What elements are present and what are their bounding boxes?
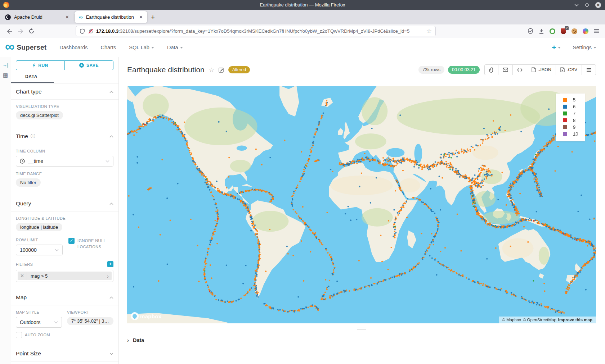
clock-icon bbox=[20, 159, 25, 164]
chevron-down-icon bbox=[109, 352, 113, 355]
caret-down-icon bbox=[558, 47, 561, 49]
ignore-null-checkbox[interactable]: ✓ bbox=[68, 238, 75, 244]
extension-green-icon[interactable] bbox=[550, 28, 555, 34]
embed-code-button[interactable] bbox=[512, 65, 527, 75]
add-filter-button[interactable]: + bbox=[107, 261, 113, 267]
section-point-size[interactable]: Point Size bbox=[11, 345, 118, 361]
protections-shield-icon[interactable] bbox=[528, 28, 533, 34]
shield-icon[interactable] bbox=[80, 28, 85, 34]
download-icon[interactable] bbox=[539, 28, 544, 34]
nav-dashboards[interactable]: Dashboards bbox=[59, 45, 88, 50]
menu-icon[interactable] bbox=[594, 29, 599, 33]
time-column-label: TIME COLUMN bbox=[16, 149, 113, 153]
viz-type-pill[interactable]: deck.gl Scatterplot bbox=[16, 111, 63, 119]
export-csv-button[interactable]: .CSV bbox=[556, 65, 582, 75]
filters-label: FILTERS bbox=[16, 262, 33, 267]
tab-apache-druid[interactable]: Apache Druid ✕ bbox=[0, 10, 74, 24]
nav-data[interactable]: Data bbox=[167, 45, 183, 50]
time-range-pill[interactable]: No filter bbox=[16, 178, 41, 187]
legend-swatch bbox=[563, 112, 567, 115]
legend-item: 6 bbox=[563, 104, 581, 109]
row-count-badge: 73k rows bbox=[418, 66, 444, 74]
lock-insecure-icon[interactable] bbox=[88, 28, 93, 34]
browser-toolbar: 172.18.0.3:32108/superset/explore/?form_… bbox=[0, 24, 605, 38]
section-map[interactable]: Map bbox=[11, 289, 118, 305]
map-style-select[interactable]: Outdoors bbox=[16, 317, 62, 328]
file-icon bbox=[532, 67, 536, 72]
left-icon-rail: →| ▦ bbox=[0, 57, 11, 364]
email-button[interactable] bbox=[498, 65, 512, 75]
extension-colorful-icon[interactable] bbox=[583, 28, 588, 34]
window-minimize-button[interactable] bbox=[574, 4, 579, 6]
run-button[interactable]: RUN bbox=[16, 60, 65, 70]
add-new-button[interactable]: + bbox=[552, 43, 560, 52]
map-style-label: MAP STYLE bbox=[16, 310, 62, 314]
export-json-button[interactable]: .JSON bbox=[527, 65, 556, 75]
chevron-up-icon bbox=[109, 135, 113, 138]
legend-label: 6 bbox=[573, 104, 575, 109]
collapse-panel-icon[interactable]: →| bbox=[0, 62, 11, 68]
share-link-button[interactable] bbox=[485, 65, 498, 75]
auto-zoom-label: AUTO ZOOM bbox=[25, 332, 50, 338]
caret-down-icon bbox=[151, 47, 154, 49]
chevron-up-icon bbox=[109, 296, 113, 299]
mapbox-logo-icon bbox=[131, 312, 139, 320]
legend-item: 9 bbox=[563, 124, 581, 130]
favorite-star-icon[interactable]: ☆ bbox=[209, 66, 214, 74]
chart-title: Earthquake distribution bbox=[127, 65, 205, 74]
attribution-osm-link[interactable]: © OpenStreetMap bbox=[523, 318, 556, 322]
chevron-down-icon bbox=[54, 321, 58, 324]
legend-swatch bbox=[563, 125, 567, 129]
superset-logo-icon[interactable]: ∞ bbox=[5, 40, 14, 54]
section-time[interactable]: Timeⓘ bbox=[11, 128, 118, 144]
tab-data[interactable]: DATA bbox=[11, 74, 118, 79]
edit-properties-icon[interactable] bbox=[219, 67, 224, 73]
datasource-grid-icon[interactable]: ▦ bbox=[0, 72, 11, 78]
data-panel-toggle[interactable]: › Data bbox=[127, 334, 596, 350]
auto-zoom-checkbox[interactable] bbox=[16, 332, 22, 338]
legend-label: 8 bbox=[573, 118, 575, 123]
altered-badge: Altered bbox=[228, 66, 250, 73]
attribution-mapbox-link[interactable]: © Mapbox bbox=[502, 318, 521, 322]
extension-cookie-icon[interactable] bbox=[572, 28, 577, 34]
filter-chip[interactable]: ✕ mag > 5 › bbox=[18, 272, 112, 280]
lonlat-pill[interactable]: longitude | latitude bbox=[16, 223, 62, 231]
remove-filter-icon[interactable]: ✕ bbox=[18, 272, 27, 280]
section-query[interactable]: Query bbox=[11, 195, 118, 211]
forward-button[interactable] bbox=[15, 29, 26, 34]
nav-charts[interactable]: Charts bbox=[101, 45, 116, 50]
deckgl-map[interactable]: 5678910 mapbox © Mapbox © OpenStreetMap … bbox=[127, 86, 596, 323]
resize-handle[interactable] bbox=[357, 328, 366, 331]
viewport-label: VIEWPORT bbox=[67, 310, 113, 314]
tab-close-icon[interactable]: ✕ bbox=[64, 14, 71, 20]
map-canvas[interactable] bbox=[127, 86, 596, 323]
extension-adblock-icon[interactable]: 2 bbox=[561, 28, 566, 34]
url-bar[interactable]: 172.18.0.3:32108/superset/explore/?form_… bbox=[76, 26, 436, 36]
section-chart-type[interactable]: Chart type bbox=[11, 83, 118, 100]
window-title: Earthquake distribution — Mozilla Firefo… bbox=[0, 2, 605, 8]
time-column-select[interactable]: __time bbox=[16, 156, 113, 167]
tab-earthquake-distribution[interactable]: ∞ Earthquake distribution ✕ bbox=[75, 11, 147, 23]
new-tab-button[interactable]: + bbox=[151, 13, 155, 21]
window-maximize-button[interactable] bbox=[585, 3, 589, 7]
save-button[interactable]: + SAVE bbox=[64, 60, 113, 70]
superset-brand[interactable]: Superset bbox=[17, 44, 46, 51]
window-close-button[interactable]: ✕ bbox=[595, 2, 601, 8]
more-menu-button[interactable] bbox=[582, 65, 596, 75]
chevron-down-icon bbox=[106, 160, 109, 163]
nav-sql-lab[interactable]: SQL Lab bbox=[129, 45, 154, 50]
back-button[interactable] bbox=[4, 29, 15, 34]
bookmark-star-icon[interactable]: ☆ bbox=[426, 27, 432, 35]
improve-map-link[interactable]: Improve this map bbox=[558, 318, 592, 322]
info-icon: ⓘ bbox=[31, 133, 35, 140]
chart-area: Earthquake distribution ☆ Altered 73k ro… bbox=[119, 57, 605, 364]
envelope-icon bbox=[503, 68, 508, 72]
tab-close-icon[interactable]: ✕ bbox=[138, 14, 144, 20]
viewport-pill[interactable]: 7° 35' 54.02" | 31... bbox=[67, 317, 113, 325]
mapbox-logo[interactable]: mapbox bbox=[131, 312, 161, 320]
settings-menu[interactable]: Settings bbox=[573, 45, 596, 50]
tab-bar: Apache Druid ✕ ∞ Earthquake distribution… bbox=[0, 10, 605, 24]
reload-button[interactable] bbox=[26, 28, 37, 34]
row-limit-select[interactable]: 100000 bbox=[16, 245, 63, 255]
superset-favicon: ∞ bbox=[79, 14, 83, 20]
